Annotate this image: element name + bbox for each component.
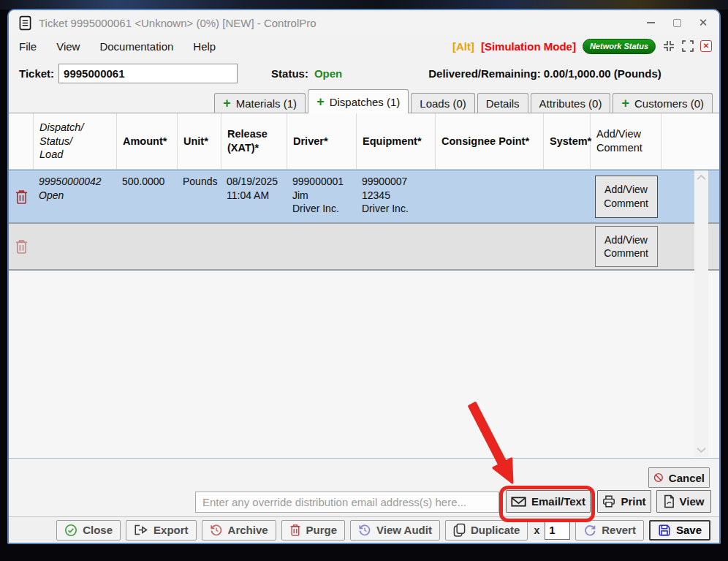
plus-icon[interactable]: + [223, 97, 231, 110]
trash-icon [15, 189, 29, 205]
cell-release: 08/19/2025 11:04 AM [221, 170, 287, 222]
titlebar: Ticket 9995000061 <Unknown> (0%) [NEW] -… [9, 10, 719, 35]
tab-bar: + Materials (1) + Dispatches (1) Loads (… [9, 89, 719, 113]
shrink-window-button[interactable] [662, 40, 675, 53]
maximize-button[interactable] [664, 12, 690, 33]
revert-label: Revert [602, 524, 636, 536]
revert-button[interactable]: Revert [575, 520, 644, 541]
export-button[interactable]: Export [126, 520, 197, 541]
row-spacer [661, 224, 719, 269]
table-row[interactable]: Add/View Comment [9, 224, 719, 271]
close-ticket-button[interactable]: Close [56, 520, 121, 541]
maximize-icon [673, 19, 681, 27]
table-header: Dispatch/ Status/ Load Amount* Unit* Rel… [9, 113, 719, 170]
cell-consignee [436, 224, 544, 269]
tab-label: Materials (1) [236, 97, 297, 110]
cancel-button[interactable]: Cancel [648, 467, 710, 488]
trash-icon [15, 238, 29, 255]
save-button[interactable]: Save [649, 520, 710, 541]
tab-details[interactable]: Details [477, 93, 528, 113]
history-clock-icon [210, 524, 223, 537]
email-text-button[interactable]: Email/Text [506, 490, 591, 513]
delete-row-button[interactable] [9, 170, 34, 222]
history-clock-icon [358, 524, 371, 537]
window-title: Ticket 9995000061 <Unknown> (0%) [NEW] -… [39, 17, 637, 29]
menu-item-documentation[interactable]: Documentation [99, 40, 173, 53]
cell-dispatch-status [34, 224, 117, 269]
ticket-summary-bar: Ticket: Status: Open Delivered/Remaining… [9, 57, 719, 89]
cell-release [221, 224, 287, 269]
plus-icon[interactable]: + [316, 95, 325, 108]
document-icon [19, 15, 31, 31]
tab-label: Dispatches (1) [330, 96, 401, 108]
status-value: Open [314, 67, 342, 80]
header-release-xat: Release (XAT)* [221, 113, 287, 169]
status-label: Status: [271, 67, 308, 80]
override-email-input[interactable] [195, 492, 499, 513]
cell-unit [178, 224, 221, 269]
chevron-down-icon [697, 447, 706, 453]
cell-dispatch-status: 99950000042 Open [34, 170, 117, 222]
ticket-number-input[interactable] [58, 64, 238, 83]
plus-icon[interactable]: + [621, 97, 629, 110]
chevron-up-icon [697, 174, 706, 181]
tab-dispatches[interactable]: + Dispatches (1) [308, 89, 409, 113]
save-label: Save [676, 524, 702, 536]
cell-consignee [436, 170, 544, 222]
header-add-view-comment: Add/View Comment [591, 113, 661, 169]
duplicate-multiplier-input[interactable] [545, 520, 570, 540]
archive-button[interactable]: Archive [202, 520, 276, 541]
header-system: System* [544, 113, 591, 169]
archive-label: Archive [228, 524, 268, 536]
force-close-button[interactable]: ✕ [700, 40, 712, 52]
printer-icon [602, 494, 615, 508]
tab-loads[interactable]: Loads (0) [411, 93, 474, 113]
fullscreen-button[interactable] [681, 40, 694, 53]
header-dispatch-status-load: Dispatch/ Status/ Load [34, 113, 117, 169]
duplicate-button[interactable]: Duplicate [445, 520, 528, 541]
menu-item-view[interactable]: View [56, 40, 80, 53]
close-label: Close [83, 524, 113, 536]
cell-unit: Pounds [178, 170, 221, 222]
header-equipment: Equipment* [357, 113, 436, 169]
header-driver: Driver* [287, 113, 357, 169]
tab-label: Details [486, 97, 520, 110]
tab-materials[interactable]: + Materials (1) [214, 93, 306, 113]
view-audit-button[interactable]: View Audit [350, 520, 440, 541]
scroll-down-button[interactable] [697, 447, 706, 453]
menu-item-file[interactable]: File [19, 40, 37, 53]
print-button[interactable]: Print [597, 490, 651, 513]
print-label: Print [621, 495, 645, 508]
tab-attributes[interactable]: Attributes (0) [531, 93, 611, 113]
delete-row-button[interactable] [9, 224, 34, 269]
header-delete-column [9, 113, 34, 169]
header-spacer [661, 113, 719, 169]
view-button[interactable]: View [656, 490, 711, 513]
menu-item-help[interactable]: Help [193, 40, 216, 53]
arrows-in-icon [663, 40, 675, 52]
cell-system [544, 170, 591, 222]
tab-customers[interactable]: + Customers (0) [613, 93, 713, 113]
simulation-mode-badge: [Simulation Mode] [481, 40, 576, 53]
scroll-up-button[interactable] [697, 174, 706, 181]
check-circle-icon [64, 524, 77, 537]
cell-driver [287, 224, 357, 269]
minimize-button[interactable] [637, 12, 664, 33]
table-row[interactable]: 99950000042 Open 500.0000 Pounds 08/19/2… [9, 170, 719, 224]
network-status-badge[interactable]: Network Status [583, 39, 656, 54]
purge-button[interactable]: Purge [281, 520, 346, 541]
add-view-comment-button[interactable]: Add/View Comment [595, 226, 658, 267]
purge-label: Purge [306, 524, 338, 536]
view-label: View [680, 495, 705, 508]
duplicate-label: Duplicate [471, 524, 520, 536]
add-view-comment-button[interactable]: Add/View Comment [595, 176, 658, 218]
table-scrollbar[interactable] [694, 170, 708, 457]
view-audit-label: View Audit [376, 524, 432, 536]
alt-mode-badge: [Alt] [452, 40, 474, 53]
window-close-button[interactable]: ✕ [690, 12, 716, 33]
tab-label: Loads (0) [420, 97, 466, 110]
header-amount: Amount* [117, 113, 178, 169]
delivered-remaining-text: Delivered/Remaining: 0.00/1,000.00 (Poun… [428, 67, 661, 80]
floppy-disk-icon [658, 524, 671, 537]
header-consignee-point: Consignee Point* [436, 113, 544, 169]
